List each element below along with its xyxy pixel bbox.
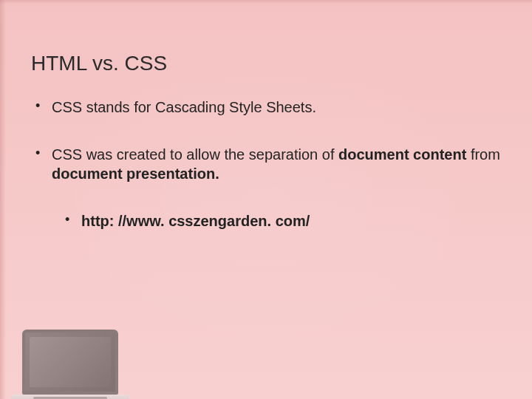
laptop-screen [22,330,118,395]
slide-content: HTML vs. CSS CSS stands for Cascading St… [0,0,532,231]
bullet-text-2a: CSS was created to allow the separation … [52,146,338,163]
bullet-text-2c: from [466,146,500,163]
sub-bullet-text-1: http: //www. csszengarden. com/ [81,213,310,229]
bullet-text-2d: document presentation. [52,166,219,182]
laptop-base [11,395,129,399]
bullet-text-2b: document content [338,146,466,163]
laptop-icon [22,330,129,399]
bullet-item-2: CSS was created to allow the separation … [31,145,501,231]
bullet-item-1: CSS stands for Cascading Style Sheets. [31,98,501,117]
bullet-text-1: CSS stands for Cascading Style Sheets. [52,99,316,115]
slide-title: HTML vs. CSS [31,52,501,75]
bullet-list: CSS stands for Cascading Style Sheets. C… [31,98,501,231]
sub-bullet-list: http: //www. csszengarden. com/ [52,211,501,231]
sub-bullet-item-1: http: //www. csszengarden. com/ [52,211,501,231]
